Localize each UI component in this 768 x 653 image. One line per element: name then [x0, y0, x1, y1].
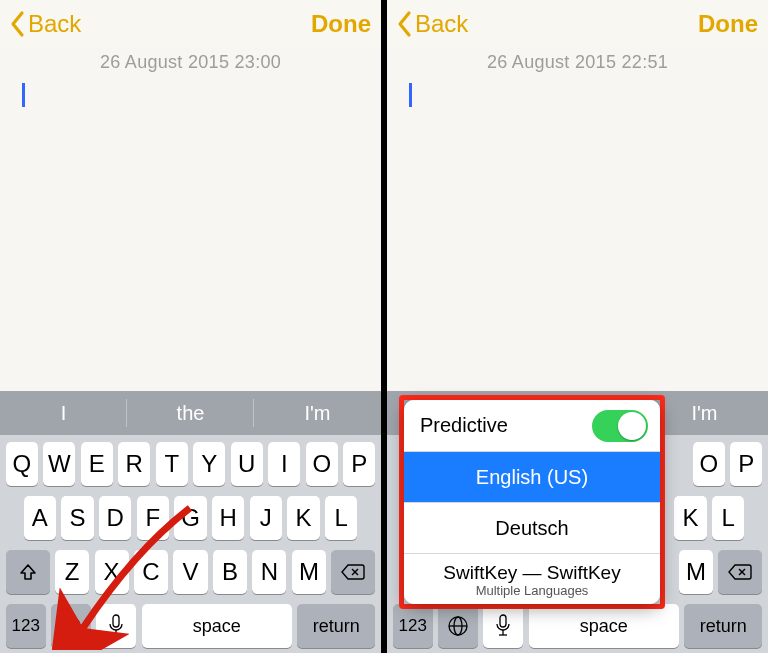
keyboard-option-swiftkey[interactable]: SwiftKey — SwiftKey Multiple Languages	[404, 553, 660, 604]
keyboard-area: I the I'm Q W E R T Y U I O P A S D F	[0, 391, 381, 653]
key-space[interactable]: space	[529, 604, 679, 648]
key-x[interactable]: X	[95, 550, 129, 594]
key-b[interactable]: B	[213, 550, 247, 594]
note-area[interactable]: 26 August 2015 23:00	[0, 48, 381, 107]
back-label: Back	[28, 10, 81, 38]
highlight-annotation: Predictive English (US) Deutsch SwiftKey…	[399, 395, 665, 609]
backspace-icon	[728, 563, 752, 581]
shift-icon	[18, 562, 38, 582]
done-label: Done	[311, 10, 371, 37]
key-numbers[interactable]: 123	[6, 604, 46, 648]
language-label: English (US)	[476, 466, 588, 489]
key-d[interactable]: D	[99, 496, 131, 540]
key-numbers[interactable]: 123	[393, 604, 433, 648]
key-h[interactable]: H	[212, 496, 244, 540]
prediction-1[interactable]: I	[0, 391, 127, 435]
key-t[interactable]: T	[156, 442, 188, 486]
text-cursor	[22, 83, 25, 107]
key-globe[interactable]	[438, 604, 478, 648]
key-return[interactable]: return	[684, 604, 762, 648]
keyboard-language-menu: Predictive English (US) Deutsch SwiftKey…	[404, 400, 660, 604]
key-q[interactable]: Q	[6, 442, 38, 486]
note-area[interactable]: 26 August 2015 22:51	[387, 48, 768, 107]
back-label: Back	[415, 10, 468, 38]
microphone-icon	[494, 613, 512, 639]
language-option-deutsch[interactable]: Deutsch	[404, 502, 660, 553]
chevron-left-icon	[10, 10, 26, 38]
key-s[interactable]: S	[61, 496, 93, 540]
keyboard-sublabel: Multiple Languages	[476, 583, 589, 598]
keyboard: Q W E R T Y U I O P A S D F G H J K L	[0, 435, 381, 653]
key-n[interactable]: N	[252, 550, 286, 594]
predictive-label: Predictive	[420, 414, 508, 437]
backspace-icon	[341, 563, 365, 581]
key-o[interactable]: O	[693, 442, 725, 486]
note-timestamp: 26 August 2015 22:51	[407, 52, 748, 73]
key-m[interactable]: M	[292, 550, 326, 594]
key-p[interactable]: P	[343, 442, 375, 486]
predictive-switch[interactable]	[592, 410, 648, 442]
done-button[interactable]: Done	[311, 10, 371, 38]
prediction-bar: I the I'm	[0, 391, 381, 435]
prediction-3[interactable]: I'm	[254, 391, 381, 435]
key-w[interactable]: W	[43, 442, 75, 486]
microphone-icon	[107, 613, 125, 639]
prediction-2[interactable]: the	[127, 391, 254, 435]
key-shift[interactable]	[6, 550, 50, 594]
key-k[interactable]: K	[674, 496, 706, 540]
done-label: Done	[698, 10, 758, 37]
key-r[interactable]: R	[118, 442, 150, 486]
language-label: Deutsch	[495, 517, 568, 540]
keyboard-label: SwiftKey — SwiftKey	[443, 563, 620, 582]
key-j[interactable]: J	[250, 496, 282, 540]
key-backspace[interactable]	[331, 550, 375, 594]
key-a[interactable]: A	[24, 496, 56, 540]
key-v[interactable]: V	[173, 550, 207, 594]
key-c[interactable]: C	[134, 550, 168, 594]
screenshot-right: Back Done 26 August 2015 22:51 I'm O P K…	[387, 0, 768, 653]
back-button[interactable]: Back	[10, 10, 81, 38]
navbar: Back Done	[0, 0, 381, 48]
navbar: Back Done	[387, 0, 768, 48]
svg-rect-13	[500, 615, 506, 627]
key-l[interactable]: L	[325, 496, 357, 540]
svg-rect-5	[113, 615, 119, 627]
key-m[interactable]: M	[679, 550, 713, 594]
key-z[interactable]: Z	[55, 550, 89, 594]
key-y[interactable]: Y	[193, 442, 225, 486]
text-cursor	[409, 83, 412, 107]
key-g[interactable]: G	[174, 496, 206, 540]
key-backspace[interactable]	[718, 550, 762, 594]
key-dictation[interactable]	[96, 604, 136, 648]
key-dictation[interactable]	[483, 604, 523, 648]
key-k[interactable]: K	[287, 496, 319, 540]
key-p[interactable]: P	[730, 442, 762, 486]
chevron-left-icon	[397, 10, 413, 38]
globe-icon	[446, 614, 470, 638]
key-globe[interactable]	[51, 604, 91, 648]
globe-icon	[59, 614, 83, 638]
key-i[interactable]: I	[268, 442, 300, 486]
key-e[interactable]: E	[81, 442, 113, 486]
screenshot-left: Back Done 26 August 2015 23:00 I the I'm…	[0, 0, 381, 653]
back-button[interactable]: Back	[397, 10, 468, 38]
key-return[interactable]: return	[297, 604, 375, 648]
done-button[interactable]: Done	[698, 10, 758, 38]
note-timestamp: 26 August 2015 23:00	[20, 52, 361, 73]
key-space[interactable]: space	[142, 604, 292, 648]
key-o[interactable]: O	[306, 442, 338, 486]
predictive-toggle-row[interactable]: Predictive	[404, 400, 660, 451]
key-u[interactable]: U	[231, 442, 263, 486]
key-f[interactable]: F	[137, 496, 169, 540]
language-option-english[interactable]: English (US)	[404, 451, 660, 502]
key-l[interactable]: L	[712, 496, 744, 540]
